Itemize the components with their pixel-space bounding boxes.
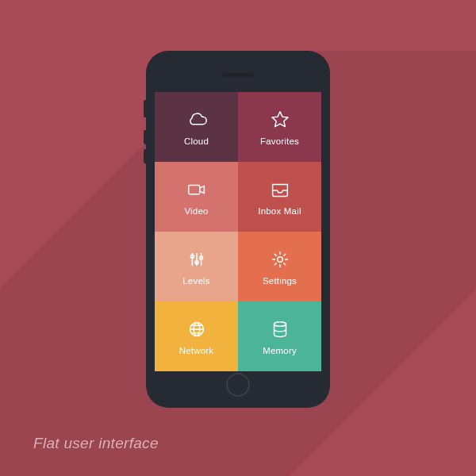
phone-mockup: Cloud Favorites Video Inbox Mail	[146, 51, 330, 408]
svg-point-7	[277, 257, 282, 263]
volume-up-button	[144, 130, 146, 144]
tile-label: Network	[179, 346, 214, 355]
tile-label: Levels	[182, 276, 209, 286]
globe-icon	[185, 317, 209, 341]
tile-settings[interactable]: Settings	[238, 232, 321, 301]
tile-memory[interactable]: Memory	[238, 301, 321, 371]
svg-rect-0	[188, 185, 199, 194]
caption-text: Flat user interface	[33, 435, 159, 452]
speaker	[222, 73, 254, 77]
star-icon	[268, 108, 292, 132]
tile-video[interactable]: Video	[155, 162, 238, 232]
power-button	[144, 100, 146, 117]
gear-icon	[268, 248, 292, 271]
cloud-icon	[185, 108, 209, 132]
tile-label: Memory	[263, 346, 297, 355]
tile-inbox[interactable]: Inbox Mail	[238, 162, 321, 232]
tile-cloud[interactable]: Cloud	[155, 92, 238, 162]
volume-down-button	[144, 149, 146, 163]
video-icon	[185, 178, 209, 202]
tile-label: Favorites	[260, 136, 299, 146]
app-grid: Cloud Favorites Video Inbox Mail	[155, 92, 321, 371]
tile-label: Settings	[263, 276, 297, 286]
svg-point-11	[274, 322, 286, 327]
tile-label: Cloud	[184, 136, 209, 146]
tile-levels[interactable]: Levels	[155, 232, 238, 301]
sliders-icon	[185, 248, 209, 271]
tile-favorites[interactable]: Favorites	[238, 92, 321, 162]
tile-label: Inbox Mail	[258, 206, 301, 216]
inbox-icon	[268, 178, 292, 202]
database-icon	[268, 317, 292, 341]
tile-label: Video	[184, 206, 208, 216]
home-button[interactable]	[226, 373, 250, 397]
tile-network[interactable]: Network	[155, 301, 238, 371]
